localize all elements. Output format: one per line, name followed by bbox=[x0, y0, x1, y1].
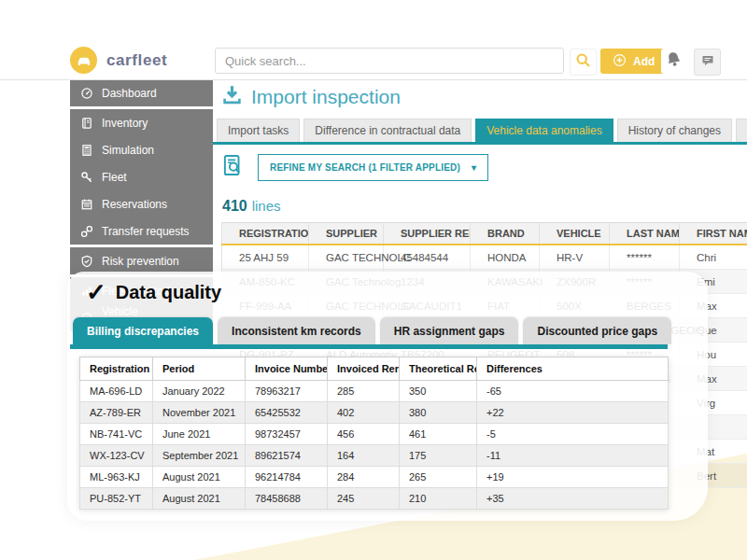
dq-table-cell: November 2021 bbox=[153, 402, 246, 424]
lines-counter: 410lines bbox=[222, 198, 281, 215]
lines-count: 410 bbox=[222, 198, 247, 214]
dq-table-cell: 98732457 bbox=[246, 424, 328, 445]
shield-icon bbox=[80, 255, 93, 268]
dq-table-cell: January 2022 bbox=[153, 381, 246, 402]
dq-table-cell: -11 bbox=[477, 445, 669, 467]
dq-table-row[interactable]: WX-123-CVSeptember 202189621574164175-11 bbox=[80, 445, 669, 467]
dq-table-cell: WX-123-CV bbox=[80, 445, 153, 467]
search-button[interactable] bbox=[570, 49, 597, 76]
main-col-registration[interactable]: REGISTRATION bbox=[222, 223, 309, 245]
tab-invoices-receivable[interactable]: Invoices receivable bbox=[736, 119, 747, 142]
refine-search-label: REFINE MY SEARCH (1 FILTER APPLIED) bbox=[270, 162, 460, 173]
data-quality-tabs-underline bbox=[70, 344, 668, 349]
dq-table-cell: 350 bbox=[400, 381, 477, 402]
sidebar-group: Dashboard bbox=[70, 79, 213, 106]
sidebar-item-simulation[interactable]: Simulation bbox=[70, 136, 213, 163]
data-quality-header: ✓ Data quality bbox=[86, 280, 221, 304]
data-quality-title: Data quality bbox=[116, 282, 221, 303]
refine-search-button[interactable]: REFINE MY SEARCH (1 FILTER APPLIED) ▾ bbox=[258, 154, 488, 181]
sidebar-item-label: Dashboard bbox=[102, 87, 157, 100]
checkmark-icon: ✓ bbox=[86, 280, 106, 304]
main-col-supplier[interactable]: SUPPLIER bbox=[309, 223, 384, 245]
notifications-button[interactable] bbox=[661, 49, 686, 74]
dq-table-cell: September 2021 bbox=[153, 445, 246, 467]
table-cell: ****** bbox=[610, 245, 680, 270]
main-table-header-row: REGISTRATIONSUPPLIERSUPPLIER REF.BRANDVE… bbox=[222, 223, 747, 245]
dq-table-cell: 89621574 bbox=[246, 445, 328, 467]
table-cell: HR-V bbox=[540, 245, 610, 270]
tab-import-tasks[interactable]: Import tasks bbox=[217, 119, 300, 142]
dq-table-cell: PU-852-YT bbox=[80, 488, 153, 510]
sidebar-item-risk-prevention[interactable]: Risk prevention bbox=[70, 247, 213, 274]
gauge-icon bbox=[80, 87, 93, 100]
car-logo-icon bbox=[70, 47, 97, 74]
main-col-vehicle[interactable]: VEHICLE bbox=[540, 223, 610, 245]
dq-table-cell: 456 bbox=[328, 424, 400, 445]
dq-tab-hr-assignment-gaps[interactable]: HR assignment gaps bbox=[380, 317, 519, 344]
main-col-last-name[interactable]: LAST NAME bbox=[610, 223, 680, 245]
sidebar-item-label: Simulation bbox=[102, 144, 154, 157]
tab-history-of-changes[interactable]: History of changes bbox=[617, 119, 732, 142]
document-search-icon bbox=[220, 153, 245, 181]
dq-tab-inconsistent-km-records[interactable]: Inconsistent km records bbox=[218, 317, 375, 344]
main-col-brand[interactable]: BRAND bbox=[471, 223, 540, 245]
messages-button[interactable] bbox=[694, 49, 721, 76]
page-title-row: Import inspection bbox=[221, 84, 401, 109]
dq-col-period: Period bbox=[153, 357, 246, 381]
dq-table-cell: 65425532 bbox=[246, 402, 328, 424]
calculator-icon bbox=[80, 144, 93, 157]
data-quality-table: RegistrationPeriodInvoice NumberInvoiced… bbox=[79, 357, 669, 510]
sidebar-item-reservations[interactable]: Reservations bbox=[70, 190, 213, 217]
search-input[interactable] bbox=[215, 48, 564, 74]
dq-table-row[interactable]: ML-963-KJAugust 202196214784284265+19 bbox=[80, 467, 669, 488]
dq-table-row[interactable]: NB-741-VCJune 202198732457456461-5 bbox=[80, 424, 669, 445]
add-button[interactable]: Add bbox=[600, 49, 667, 74]
data-quality-tabs: Billing discrepanciesInconsistent km rec… bbox=[73, 317, 671, 344]
calendar-icon bbox=[80, 198, 93, 211]
dq-tab-billing-discrepancies[interactable]: Billing discrepancies bbox=[73, 317, 213, 344]
sidebar-item-inventory[interactable]: Inventory bbox=[70, 109, 213, 136]
dq-table-cell: 164 bbox=[328, 445, 400, 467]
dq-table-row[interactable]: PU-852-YTAugust 202178458688245210+35 bbox=[80, 488, 669, 510]
plus-circle-icon bbox=[613, 53, 627, 70]
sidebar-group: Risk prevention bbox=[70, 247, 213, 274]
dq-table-cell: -65 bbox=[477, 381, 669, 402]
data-quality-table-body: MA-696-LDJanuary 202278963217285350-65AZ… bbox=[80, 381, 669, 510]
main-col-supplier-ref[interactable]: SUPPLIER REF. bbox=[384, 223, 471, 245]
sidebar-item-label: Risk prevention bbox=[102, 255, 179, 268]
table-cell: GAC TECHNOLC bbox=[309, 245, 384, 270]
dq-table-cell: 78963217 bbox=[246, 381, 328, 402]
chat-bubble-icon bbox=[700, 53, 715, 72]
dq-table-cell: 285 bbox=[328, 381, 400, 402]
table-cell: 25 AHJ 59 bbox=[222, 245, 309, 270]
dq-tab-discounted-price-gaps[interactable]: Discounted price gaps bbox=[523, 317, 671, 344]
add-button-label: Add bbox=[633, 55, 655, 68]
dq-table-cell: -5 bbox=[477, 424, 669, 445]
main-col-first-name[interactable]: FIRST NAME bbox=[680, 223, 747, 245]
dq-col-theoretical-rent: Theoretical Rent bbox=[400, 357, 477, 381]
dq-table-row[interactable]: MA-696-LDJanuary 202278963217285350-65 bbox=[80, 381, 669, 402]
dq-table-cell: NB-741-VC bbox=[80, 424, 153, 445]
app-window: carfleet Add DashboardInventorySimulatio… bbox=[0, 0, 747, 560]
dq-table-cell: 96214784 bbox=[246, 467, 328, 488]
sidebar-item-fleet[interactable]: Fleet bbox=[70, 163, 213, 190]
sidebar-item-label: Fleet bbox=[102, 171, 127, 184]
data-quality-header-row: RegistrationPeriodInvoice NumberInvoiced… bbox=[80, 357, 669, 381]
ledger-icon bbox=[80, 117, 93, 130]
tab-vehicle-data-anomalies[interactable]: Vehicle data anomalies bbox=[475, 119, 613, 142]
table-row[interactable]: 25 AHJ 59GAC TECHNOLC45484544HONDAHR-V**… bbox=[222, 245, 747, 270]
dq-table-cell: 245 bbox=[328, 488, 400, 510]
dq-table-cell: 78458688 bbox=[246, 488, 328, 510]
sidebar-item-label: Transfer requests bbox=[102, 225, 190, 238]
table-cell: HONDA bbox=[471, 245, 540, 270]
import-download-icon bbox=[221, 84, 243, 109]
brand-logo[interactable]: carfleet bbox=[70, 47, 167, 74]
dq-table-cell: June 2021 bbox=[153, 424, 246, 445]
lines-label: lines bbox=[252, 198, 281, 214]
dq-table-cell: MA-696-LD bbox=[80, 381, 153, 402]
dq-col-invoiced-rent: Invoiced Rent bbox=[328, 357, 400, 381]
sidebar-item-dashboard[interactable]: Dashboard bbox=[70, 79, 213, 106]
tab-difference-in-contractual-data[interactable]: Difference in contractual data bbox=[303, 119, 472, 142]
sidebar-item-transfer-requests[interactable]: Transfer requests bbox=[70, 217, 213, 245]
dq-table-row[interactable]: AZ-789-ERNovember 202165425532402380+22 bbox=[80, 402, 669, 424]
